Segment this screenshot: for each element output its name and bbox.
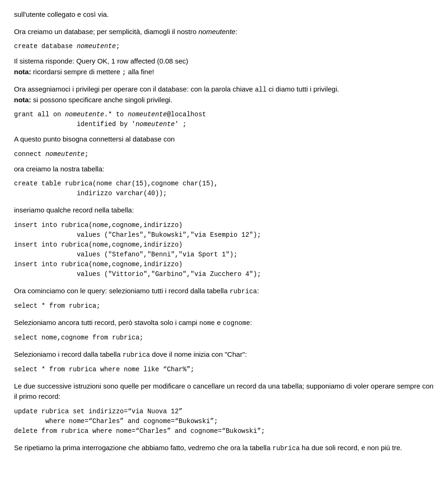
section-7: Selezioniamo i record dalla tabella rubr…: [14, 349, 434, 375]
text-nota-semicolon: nota: ricordarsi sempre di mettere ; all…: [14, 68, 154, 76]
text-ora-creiamo: Ora creiamo un database; per semplicità,…: [14, 28, 238, 35]
para-1: sull'utente collegato e così via.: [14, 9, 434, 20]
code-create-table: create table rubrica(nome char(15),cogno…: [14, 179, 434, 198]
para-5: Ora cominciamo con le query: selezioniam…: [14, 286, 434, 297]
text-le-due-successive: Le due successive istruzioni sono quelle…: [14, 382, 434, 401]
code-select-nome-cognome: select nome,cognome from rubrica;: [14, 333, 434, 343]
code-create-database: create database nomeutente;: [14, 42, 434, 51]
para-7: Selezioniamo i record dalla tabella rubr…: [14, 349, 434, 360]
section-6: Selezioniamo ancora tutti record, però s…: [14, 318, 434, 343]
text-inseriamo: inseriamo qualche record nella tabella:: [14, 206, 134, 214]
code-select-all: select * from rubrica;: [14, 301, 434, 311]
code-select-where-like: select * from rubrica where nome like “C…: [14, 365, 434, 375]
para-8: Le due successive istruzioni sono quelle…: [14, 381, 434, 402]
text-a-questo-punto: A questo punto bisogna connettersi al da…: [14, 135, 175, 143]
text-se-ripetiamo: Se ripetiamo la prima interrogazione che…: [14, 444, 402, 452]
para-6: Selezioniamo ancora tutti record, però s…: [14, 318, 434, 328]
code-inserts: insert into rubrica(nome,cognome,indiriz…: [14, 220, 434, 279]
para-3a: Ora assegniamoci i privilegi per operare…: [14, 84, 434, 106]
page-content: sull'utente collegato e così via. Ora cr…: [14, 9, 434, 453]
section-8: Le due successive istruzioni sono quelle…: [14, 381, 434, 436]
section-9: Se ripetiamo la prima interrogazione che…: [14, 443, 434, 453]
text-nota-singoli: nota: si possono specificare anche singo…: [14, 96, 172, 104]
para-2-note: Il sistema risponde: Query OK, 1 row aff…: [14, 56, 434, 78]
para-4: inseriamo qualche record nella tabella:: [14, 205, 434, 216]
section-2: Ora creiamo un database; per semplicità,…: [14, 27, 434, 78]
section-1: sull'utente collegato e così via.: [14, 9, 434, 20]
text-ora-assegniamoci: Ora assegniamoci i privilegi per operare…: [14, 85, 339, 93]
text-selezioniamo-dove: Selezioniamo i record dalla tabella rubr…: [14, 350, 247, 358]
code-connect: connect nomeutente;: [14, 149, 434, 159]
code-update-delete: update rubrica set indirizzo=“via Nuova …: [14, 407, 434, 436]
text-ora-creiamo-tabella: ora creiamo la nostra tabella:: [14, 165, 104, 173]
text-sull-utente: sull'utente collegato e così via.: [14, 10, 109, 18]
text-ora-cominciamo: Ora cominciamo con le query: selezioniam…: [14, 287, 259, 295]
section-4: inseriamo qualche record nella tabella: …: [14, 205, 434, 279]
section-5: Ora cominciamo con le query: selezioniam…: [14, 286, 434, 311]
para-3b: A questo punto bisogna connettersi al da…: [14, 134, 434, 145]
code-grant-all: grant all on nomeutente.* to nomeutente@…: [14, 110, 434, 129]
text-il-sistema: Il sistema risponde: Query OK, 1 row aff…: [14, 57, 188, 65]
text-selezioniamo-campi: Selezioniamo ancora tutti record, però s…: [14, 318, 252, 326]
para-2: Ora creiamo un database; per semplicità,…: [14, 27, 434, 37]
para-3c: ora creiamo la nostra tabella:: [14, 164, 434, 175]
para-9: Se ripetiamo la prima interrogazione che…: [14, 443, 434, 453]
section-3: Ora assegniamoci i privilegi per operare…: [14, 84, 434, 199]
